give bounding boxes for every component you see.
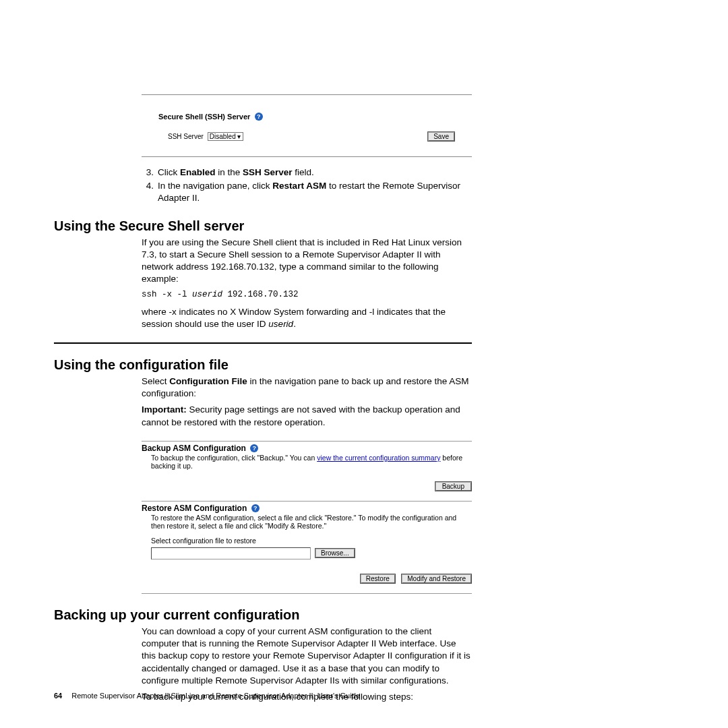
restore-file-input[interactable] (151, 547, 311, 559)
restore-desc: To restore the ASM configuration, select… (151, 514, 472, 530)
sec3-p1: You can download a copy of your current … (142, 626, 472, 687)
config-summary-link[interactable]: view the current configuration summary (317, 454, 440, 462)
help-icon[interactable]: ? (251, 504, 260, 512)
backup-button[interactable]: Backup (435, 481, 472, 491)
step-list: 3. Click Enabled in the SSH Server field… (54, 166, 674, 205)
sec1-p2: where -x indicates no X Window System fo… (142, 306, 472, 330)
ssh-command: ssh -x -l userid 192.168.70.132 (142, 290, 472, 299)
help-icon[interactable]: ? (255, 113, 263, 121)
page-footer: 64 Remote Supervisor Adapter II SlimLine… (54, 692, 360, 700)
config-file-screenshot: Backup ASM Configuration ? To backup the… (142, 441, 472, 594)
save-button[interactable]: Save (427, 131, 455, 142)
modify-restore-button[interactable]: Modify and Restore (401, 574, 472, 584)
heading-config-file: Using the configuration file (54, 357, 674, 373)
backup-title: Backup ASM Configuration (142, 444, 246, 453)
heading-secure-shell: Using the Secure Shell server (54, 218, 674, 234)
sec2-p1: Select Configuration File in the navigat… (142, 375, 472, 400)
ssh-server-select[interactable]: Disabled ▾ (208, 132, 243, 141)
restore-button[interactable]: Restore (360, 574, 396, 584)
footer-title: Remote Supervisor Adapter II SlimLine an… (71, 692, 360, 700)
help-icon[interactable]: ? (250, 444, 258, 452)
page-number: 64 (54, 692, 62, 700)
ssh-server-label: SSH Server (168, 133, 204, 140)
heading-backing-up: Backing up your current configuration (54, 607, 674, 623)
ssh-panel-screenshot: Secure Shell (SSH) Server ? SSH Server D… (142, 94, 472, 157)
sec2-important: Important: Security page settings are no… (142, 404, 472, 428)
sec1-p1: If you are using the Secure Shell client… (142, 237, 472, 286)
ssh-panel-title: Secure Shell (SSH) Server (158, 113, 250, 121)
step-4: 4. In the navigation pane, click Restart… (54, 180, 674, 204)
section-divider (54, 342, 472, 344)
step-3: 3. Click Enabled in the SSH Server field… (54, 166, 674, 179)
backup-desc: To backup the configuration, click "Back… (151, 454, 472, 470)
restore-file-label: Select configuration file to restore (151, 537, 472, 545)
restore-title: Restore ASM Configuration (142, 504, 247, 513)
browse-button[interactable]: Browse... (315, 548, 355, 558)
